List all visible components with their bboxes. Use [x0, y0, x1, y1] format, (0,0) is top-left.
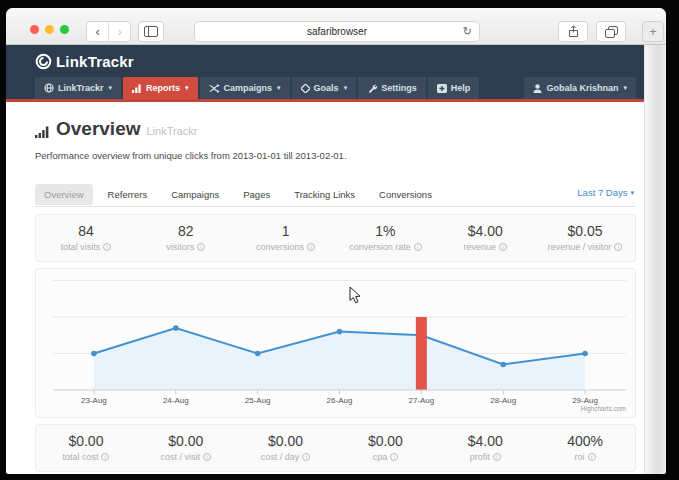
logo-text: LinkTrackr	[56, 53, 134, 70]
main-nav: LinkTrackr ▾ Reports ▾ Campaigns ▾	[6, 77, 644, 99]
info-icon[interactable]	[103, 243, 111, 251]
svg-text:Highcharts.com: Highcharts.com	[581, 405, 626, 413]
user-menu[interactable]: Gobala Krishnan ▾	[524, 77, 636, 99]
user-icon	[533, 84, 542, 93]
nav-item-campaigns[interactable]: Campaigns ▾	[200, 77, 290, 99]
stat-value: $0.00	[36, 433, 136, 449]
stat-value: $0.00	[335, 433, 435, 449]
stat-label: total cost	[62, 452, 98, 462]
chevron-down-icon: ▾	[623, 84, 627, 92]
svg-text:27-Aug: 27-Aug	[408, 396, 434, 405]
stat-conversions: 1 conversions	[236, 215, 336, 261]
linktrackr-logo[interactable]: LinkTrackr	[35, 53, 134, 70]
info-icon[interactable]	[614, 243, 622, 251]
stat-value: 1	[236, 223, 336, 239]
address-bar[interactable]: safaribrowser ↻	[194, 21, 480, 42]
linktrackr-logo-icon	[35, 53, 52, 70]
nav-item-goals[interactable]: Goals ▾	[292, 77, 357, 99]
tab-referrers[interactable]: Referrers	[99, 184, 157, 205]
share-button[interactable]	[558, 21, 588, 42]
stat-visitors: 82 visitors	[136, 215, 236, 261]
stat-value: $4.00	[435, 223, 535, 239]
svg-text:24-Aug: 24-Aug	[163, 396, 189, 405]
close-window-button[interactable]	[30, 25, 39, 34]
stat-roi: 400% roi	[535, 425, 635, 471]
stat-label: visitors	[166, 242, 194, 252]
tab-tracking-links[interactable]: Tracking Links	[285, 184, 364, 205]
tab-conversions[interactable]: Conversions	[370, 184, 441, 205]
chevron-down-icon: ▾	[277, 84, 281, 92]
nav-item-label: Campaigns	[224, 83, 273, 93]
new-tab-button[interactable]: +	[642, 21, 664, 42]
info-icon[interactable]	[588, 453, 596, 461]
page-subtitle: Performance overview from unique clicks …	[35, 150, 347, 161]
info-icon[interactable]	[499, 243, 507, 251]
stat-label: cost / day	[261, 452, 300, 462]
stat-conversion-rate: 1% conversion rate	[335, 215, 435, 261]
app-header: LinkTrackr	[6, 45, 644, 77]
svg-text:25-Aug: 25-Aug	[245, 396, 271, 405]
chart-bars-icon	[35, 126, 50, 138]
traffic-lights	[30, 25, 69, 34]
browser-window: ‹ › safaribrowser ↻	[6, 8, 666, 474]
help-icon	[437, 84, 447, 93]
tab-overview[interactable]: Overview	[35, 184, 93, 205]
svg-text:28-Aug: 28-Aug	[490, 396, 516, 405]
tab-pages[interactable]: Pages	[234, 184, 279, 205]
report-tabs: Overview Referrers Campaigns Pages Track…	[35, 182, 636, 207]
minimize-window-button[interactable]	[45, 25, 54, 34]
stat-label: cpa	[373, 452, 388, 462]
wrench-icon	[367, 83, 377, 93]
nav-item-label: LinkTrackr	[58, 83, 104, 93]
reload-icon[interactable]: ↻	[463, 25, 472, 38]
scrollbar-track[interactable]	[644, 45, 666, 474]
stat-value: $0.00	[236, 433, 336, 449]
stat-cost-visit: $0.00 cost / visit	[136, 425, 236, 471]
stat-value: 82	[136, 223, 236, 239]
info-icon[interactable]	[197, 243, 205, 251]
forward-button[interactable]: ›	[108, 22, 130, 41]
zoom-window-button[interactable]	[60, 25, 69, 34]
stat-revenue-visitor: $0.05 revenue / visitor	[535, 215, 635, 261]
page-header: Overview LinkTrackr	[35, 118, 197, 140]
chevron-down-icon: ▾	[185, 84, 189, 92]
stat-profit: $4.00 profit	[435, 425, 535, 471]
nav-item-label: Help	[451, 83, 471, 93]
back-button[interactable]: ‹	[87, 22, 108, 41]
date-range-label: Last 7 Days	[577, 187, 627, 198]
sidebar-toggle-button[interactable]	[138, 21, 164, 42]
share-icon	[568, 25, 579, 38]
stat-value: $0.00	[136, 433, 236, 449]
nav-item-reports[interactable]: Reports ▾	[123, 77, 198, 99]
diamond-icon	[301, 84, 310, 93]
sidebar-icon	[144, 26, 158, 37]
date-range-selector[interactable]: Last 7 Days ▾	[577, 187, 634, 198]
info-icon[interactable]	[101, 453, 109, 461]
nav-item-settings[interactable]: Settings	[358, 77, 426, 99]
svg-text:26-Aug: 26-Aug	[327, 396, 353, 405]
stats-panel-top: 84 total visits 82 visitors 1 conversion…	[35, 214, 636, 262]
stat-total-cost: $0.00 total cost	[36, 425, 136, 471]
stats-panel-bottom: $0.00 total cost $0.00 cost / visit $0.0…	[35, 424, 636, 472]
info-icon[interactable]	[302, 453, 310, 461]
stat-cost-day: $0.00 cost / day	[236, 425, 336, 471]
tab-overview-button[interactable]	[596, 21, 626, 42]
stat-label: cost / visit	[160, 452, 200, 462]
tab-campaigns[interactable]: Campaigns	[162, 184, 228, 205]
page-content: Overview LinkTrackr Performance overview…	[6, 102, 644, 474]
info-icon[interactable]	[493, 453, 501, 461]
info-icon[interactable]	[414, 243, 422, 251]
nav-item-linktrackr[interactable]: LinkTrackr ▾	[35, 77, 121, 99]
info-icon[interactable]	[307, 243, 315, 251]
browser-titlebar: ‹ › safaribrowser ↻	[6, 8, 666, 45]
nav-item-help[interactable]: Help	[428, 77, 480, 99]
visits-chart-panel[interactable]: 23-Aug24-Aug25-Aug26-Aug27-Aug28-Aug29-A…	[35, 268, 636, 418]
svg-text:23-Aug: 23-Aug	[81, 396, 107, 405]
stat-label: total visits	[61, 242, 101, 252]
shuffle-icon	[209, 84, 220, 93]
stat-value: 84	[36, 223, 136, 239]
stat-label: profit	[470, 452, 490, 462]
info-icon[interactable]	[203, 453, 211, 461]
info-icon[interactable]	[390, 453, 398, 461]
tabs-icon	[605, 26, 618, 38]
